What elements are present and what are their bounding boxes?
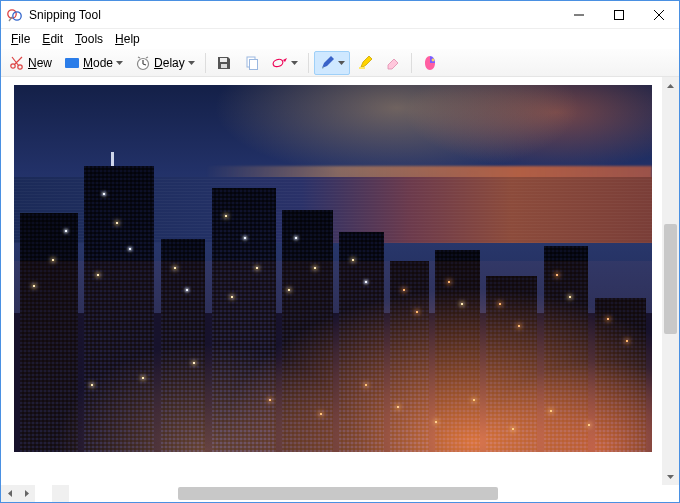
window-title: Snipping Tool (29, 8, 101, 22)
content-area (1, 77, 679, 485)
highlighter-button[interactable] (352, 51, 378, 75)
clock-icon (135, 55, 151, 71)
scissors-icon (9, 55, 25, 71)
new-snip-button[interactable]: New (4, 51, 57, 75)
scroll-thumb[interactable] (178, 487, 498, 500)
save-icon (216, 55, 232, 71)
app-icon (7, 7, 23, 23)
eraser-button[interactable] (380, 51, 406, 75)
svg-rect-11 (221, 64, 227, 68)
vertical-scrollbar[interactable] (662, 77, 679, 485)
scroll-down-button[interactable] (662, 468, 679, 485)
separator (411, 53, 412, 73)
svg-point-1 (13, 11, 21, 19)
paint3d-button[interactable] (417, 51, 443, 75)
svg-point-16 (431, 58, 434, 61)
scroll-thumb[interactable] (664, 224, 677, 334)
menu-bar: File Edit Tools Help (1, 29, 679, 49)
horizontal-scrollbar[interactable] (1, 485, 35, 502)
svg-rect-10 (220, 58, 227, 62)
copy-icon (244, 55, 260, 71)
scroll-up-button[interactable] (662, 77, 679, 94)
svg-rect-15 (359, 67, 365, 69)
highlighter-icon (357, 55, 373, 71)
paint3d-icon (422, 55, 438, 71)
eraser-icon (385, 55, 401, 71)
separator (205, 53, 206, 73)
scroll-left-button[interactable] (1, 485, 18, 502)
delay-dropdown[interactable]: Delay (130, 51, 200, 75)
mode-dropdown[interactable]: Mode (59, 51, 128, 75)
scroll-corner (52, 485, 69, 502)
chevron-down-icon (188, 61, 195, 65)
snip-canvas[interactable] (4, 80, 662, 482)
pen-button[interactable] (314, 51, 350, 75)
menu-help[interactable]: Help (109, 31, 146, 47)
chevron-down-icon (291, 61, 298, 65)
svg-rect-13 (249, 59, 257, 69)
window-controls (559, 1, 679, 29)
maximize-button[interactable] (599, 1, 639, 29)
svg-point-14 (272, 58, 284, 68)
svg-rect-3 (615, 10, 624, 19)
pen-icon (319, 55, 335, 71)
menu-edit[interactable]: Edit (36, 31, 69, 47)
send-icon (272, 55, 288, 71)
svg-rect-8 (65, 58, 79, 68)
copy-button[interactable] (239, 51, 265, 75)
chevron-down-icon (116, 61, 123, 65)
separator (308, 53, 309, 73)
minimize-button[interactable] (559, 1, 599, 29)
menu-file[interactable]: File (5, 31, 36, 47)
mode-icon (64, 55, 80, 71)
scroll-right-button[interactable] (18, 485, 35, 502)
toolbar: New Mode Delay (1, 49, 679, 77)
scroll-track[interactable] (662, 94, 679, 468)
chevron-down-icon (338, 61, 345, 65)
menu-tools[interactable]: Tools (69, 31, 109, 47)
send-button[interactable] (267, 51, 303, 75)
svg-point-0 (8, 9, 16, 17)
captured-image (14, 85, 652, 452)
save-button[interactable] (211, 51, 237, 75)
title-bar: Snipping Tool (1, 1, 679, 29)
close-button[interactable] (639, 1, 679, 29)
